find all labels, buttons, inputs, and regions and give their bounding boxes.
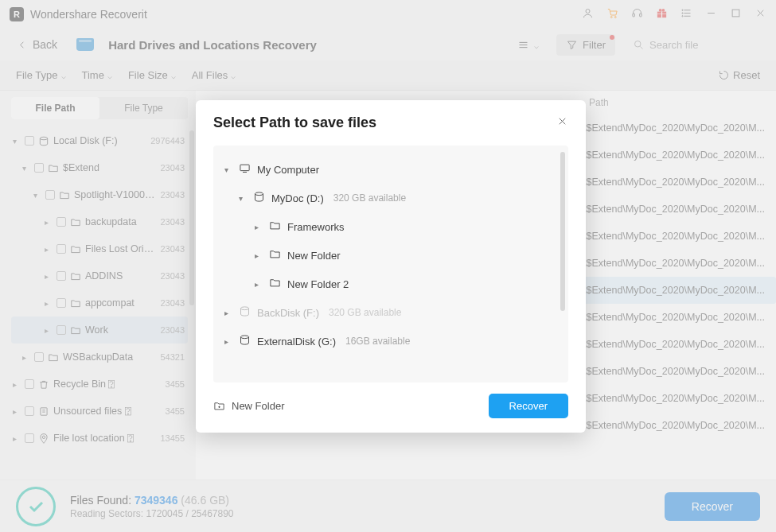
svg-rect-32 [240, 165, 249, 171]
disk-icon [253, 191, 265, 205]
chevron-icon[interactable]: ▸ [224, 309, 232, 317]
chevron-icon[interactable]: ▸ [224, 337, 232, 346]
path-item-label: My Computer [257, 164, 319, 176]
new-folder-button[interactable]: New Folder [213, 400, 284, 412]
disk-icon [239, 334, 251, 348]
modal-title: Select Path to save files [213, 115, 376, 131]
folder-icon [269, 219, 281, 234]
path-item[interactable]: ▸Frameworks [220, 212, 562, 241]
chevron-icon[interactable]: ▾ [239, 194, 247, 203]
path-item[interactable]: ▾MyDoc (D:)320 GB available [220, 184, 562, 212]
computer-icon [239, 162, 251, 177]
path-item-label: ExternalDisk (G:) [257, 336, 336, 348]
chevron-icon[interactable]: ▸ [255, 280, 263, 289]
svg-point-34 [255, 192, 263, 196]
path-item-label: BackDisk (F:) [257, 307, 319, 319]
path-item[interactable]: ▸New Folder 2 [220, 270, 562, 298]
path-item[interactable]: ▸ExternalDisk (G:)16GB available [220, 327, 562, 355]
new-folder-icon [213, 400, 225, 412]
path-item[interactable]: ▸New Folder [220, 241, 562, 270]
modal-close-button[interactable] [556, 115, 568, 130]
chevron-icon[interactable]: ▸ [255, 251, 263, 260]
path-item-hint: 16GB available [345, 336, 410, 347]
path-item-label: Frameworks [287, 221, 345, 233]
modal-recover-button[interactable]: Recover [489, 394, 568, 418]
svg-point-36 [241, 336, 249, 339]
new-folder-label: New Folder [232, 400, 284, 412]
path-item-label: MyDoc (D:) [271, 192, 324, 204]
path-item-label: New Folder 2 [287, 278, 349, 290]
path-item-label: New Folder [287, 250, 340, 262]
chevron-icon[interactable]: ▸ [255, 223, 263, 231]
close-icon [556, 115, 568, 127]
path-item[interactable]: ▾My Computer [220, 155, 562, 184]
path-item-hint: 320 GB available [333, 192, 406, 204]
path-item: ▸BackDisk (F:)320 GB available [220, 298, 562, 327]
folder-icon [269, 248, 281, 262]
modal-scrollbar[interactable] [560, 152, 565, 311]
save-path-modal: Select Path to save files ▾My Computer▾M… [196, 100, 586, 433]
path-item-hint: 320 GB available [329, 307, 401, 318]
folder-icon [269, 277, 281, 291]
chevron-icon[interactable]: ▾ [224, 165, 232, 174]
disk-icon [239, 305, 251, 320]
svg-point-35 [241, 307, 249, 310]
